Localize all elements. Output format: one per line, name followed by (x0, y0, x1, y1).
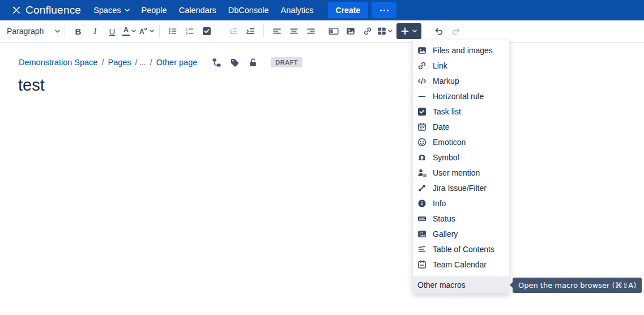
more-formatting-button[interactable]: A (138, 23, 155, 39)
toolbar-separator (65, 25, 65, 37)
align-left-button[interactable] (268, 23, 285, 39)
menu-item-table-of-contents[interactable]: Table of Contents (413, 241, 509, 257)
create-button[interactable]: Create (328, 2, 369, 18)
insert-link-button[interactable] (359, 23, 376, 39)
underline-button[interactable]: U (104, 23, 121, 39)
insert-files-images-button[interactable] (342, 23, 359, 39)
insert-dropdown-menu: Files and images Link Markup Horizontal … (412, 40, 510, 293)
text-color-button[interactable]: A (121, 23, 138, 39)
markup-icon (417, 76, 427, 86)
redo-icon (451, 27, 461, 36)
italic-button[interactable]: I (87, 23, 104, 39)
nav-item-spaces[interactable]: Spaces (93, 6, 129, 15)
numbered-list-button[interactable]: 1 2 (181, 23, 198, 39)
page-layout-button[interactable] (325, 23, 342, 39)
confluence-logo-icon (11, 6, 22, 15)
table-icon (377, 27, 386, 36)
nav-item-analytics[interactable]: Analytics (281, 6, 314, 15)
menu-item-info[interactable]: Info (413, 195, 509, 211)
user-mention-icon: @ (417, 168, 427, 177)
menu-item-task-list[interactable]: Task list (413, 104, 509, 119)
indent-button[interactable] (242, 23, 259, 39)
menu-item-symbol[interactable]: Ω Symbol (413, 150, 509, 165)
outdent-button[interactable] (225, 23, 242, 39)
align-right-icon (306, 27, 315, 36)
menu-item-emoticon[interactable]: Emoticon (413, 134, 509, 150)
jira-icon (417, 184, 427, 193)
confluence-home-link[interactable]: Confluence (11, 4, 81, 16)
menu-item-markup[interactable]: Markup (413, 73, 509, 88)
align-right-button[interactable] (302, 23, 319, 39)
more-actions-button[interactable] (372, 2, 396, 18)
info-icon (417, 199, 427, 208)
files-and-images-icon (417, 46, 427, 55)
date-icon (417, 122, 427, 131)
bold-button[interactable]: B (70, 23, 87, 39)
paragraph-style-select[interactable]: Paragraph (7, 27, 60, 36)
link-icon (363, 27, 372, 36)
menu-item-horizontal-rule[interactable]: Horizontal rule (413, 88, 509, 104)
nav-item-calendars[interactable]: Calendars (179, 6, 216, 15)
insert-table-button[interactable] (376, 23, 393, 39)
menu-item-files-and-images[interactable]: Files and images (413, 42, 509, 58)
page-layout-icon (329, 27, 339, 36)
menu-item-team-calendar[interactable]: Team Calendar (413, 257, 509, 272)
breadcrumb-ellipsis[interactable]: ... (139, 58, 146, 67)
menu-item-link[interactable]: Link (413, 58, 509, 73)
nav-item-dbconsole[interactable]: DbConsole (228, 6, 269, 15)
indent-icon (246, 27, 255, 36)
chevron-down-icon (55, 29, 60, 33)
bullet-list-button[interactable] (164, 23, 181, 39)
svg-text:1: 1 (186, 28, 188, 31)
menu-item-user-mention[interactable]: @ User mention (413, 165, 509, 180)
top-nav: Confluence Spaces People Calendars DbCon… (0, 0, 644, 20)
bullet-list-icon (168, 27, 177, 36)
toolbar-separator (159, 25, 160, 37)
labels-tag-icon[interactable] (230, 58, 240, 67)
menu-item-other-macros[interactable]: Other macros (413, 276, 509, 293)
chevron-down-icon (150, 29, 154, 33)
nav-item-people[interactable]: People (142, 6, 167, 15)
svg-text:ABC: ABC (419, 217, 425, 220)
menu-item-date[interactable]: Date (413, 119, 509, 134)
align-center-button[interactable] (285, 23, 302, 39)
breadcrumb-separator: / (135, 58, 138, 67)
outdent-icon (229, 27, 238, 36)
gallery-icon (417, 229, 427, 239)
task-list-icon (417, 107, 427, 116)
tooltip-arrow (510, 282, 513, 288)
task-list-icon (202, 27, 211, 36)
table-of-contents-icon (417, 245, 427, 254)
breadcrumb-separator: / (150, 58, 152, 67)
status-icon: ABC (417, 214, 427, 223)
svg-text:A: A (139, 28, 144, 36)
page-tree-location-icon[interactable] (212, 58, 221, 67)
menu-item-jira-issue-filter[interactable]: Jira Issue/Filter (413, 180, 509, 195)
page-title[interactable]: test (18, 76, 644, 95)
chevron-down-icon (131, 29, 136, 33)
breadcrumb-separator: / (101, 58, 104, 67)
unlock-icon[interactable] (248, 58, 258, 67)
menu-item-status[interactable]: ABC Status (413, 211, 509, 226)
task-list-button[interactable] (198, 23, 215, 39)
horizontal-rule-icon (417, 92, 427, 101)
align-left-icon (272, 27, 282, 36)
emoticon-icon (417, 138, 427, 147)
more-formatting-icon: A (139, 27, 148, 36)
insert-more-button[interactable] (396, 23, 421, 39)
chevron-down-icon (412, 29, 417, 33)
breadcrumb-link-other-page[interactable]: Other page (156, 58, 198, 67)
undo-button[interactable] (430, 23, 447, 39)
menu-item-gallery[interactable]: Gallery (413, 226, 509, 241)
breadcrumb-link-pages[interactable]: Pages (108, 58, 131, 67)
plus-icon (401, 27, 409, 35)
toolbar-separator (220, 25, 220, 37)
symbol-omega-icon: Ω (417, 153, 427, 162)
numbered-list-icon: 1 2 (185, 27, 194, 36)
breadcrumb-link-space[interactable]: Demonstration Space (19, 58, 97, 67)
redo-button[interactable] (447, 23, 464, 39)
toolbar-separator (263, 25, 264, 37)
svg-text:@: @ (423, 172, 427, 177)
image-icon (346, 27, 355, 36)
text-color-icon: A (122, 26, 130, 36)
